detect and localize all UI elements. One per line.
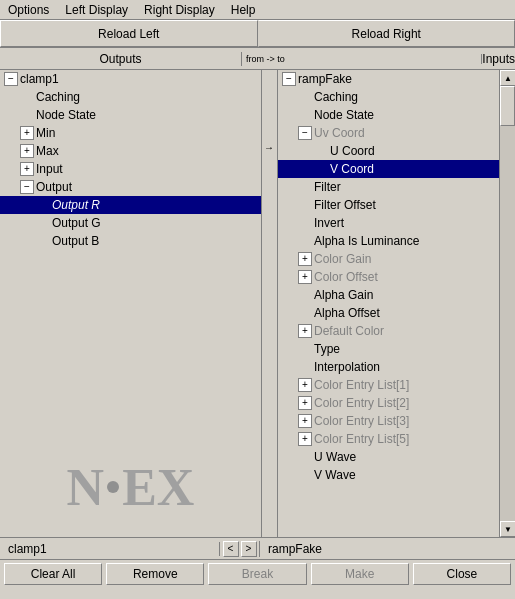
- scrollbar[interactable]: ▲ ▼: [499, 70, 515, 537]
- attr-label: Filter: [314, 180, 341, 194]
- list-item[interactable]: − clamp1: [0, 70, 261, 88]
- left-panel: − clamp1 Caching Node State + Min + Max …: [0, 70, 262, 537]
- menu-right-display[interactable]: Right Display: [140, 3, 219, 17]
- list-item[interactable]: Interpolation: [278, 358, 499, 376]
- attr-label: Max: [36, 144, 59, 158]
- menu-options[interactable]: Options: [4, 3, 53, 17]
- attr-label: Alpha Offset: [314, 306, 380, 320]
- attr-label: Caching: [314, 90, 358, 104]
- attr-label: U Wave: [314, 450, 356, 464]
- list-item[interactable]: Filter: [278, 178, 499, 196]
- break-button[interactable]: Break: [208, 563, 306, 585]
- attr-label: Caching: [36, 90, 80, 104]
- attr-label: Output G: [52, 216, 101, 230]
- list-item[interactable]: − − Uv Coord: [278, 124, 499, 142]
- close-button[interactable]: Close: [413, 563, 511, 585]
- scroll-track[interactable]: [500, 86, 515, 521]
- list-item[interactable]: − rampFake: [278, 70, 499, 88]
- attr-label: Color Entry List[5]: [314, 432, 409, 446]
- nav-arrows: < >: [220, 541, 260, 557]
- expand-button[interactable]: +: [298, 324, 312, 338]
- attr-label: Color Entry List[1]: [314, 378, 409, 392]
- list-item[interactable]: Alpha Is Luminance: [278, 232, 499, 250]
- attr-label: Interpolation: [314, 360, 380, 374]
- attr-label: U Coord: [330, 144, 375, 158]
- attr-label: Alpha Is Luminance: [314, 234, 419, 248]
- expand-button[interactable]: +: [298, 270, 312, 284]
- expand-button[interactable]: +: [298, 432, 312, 446]
- list-item[interactable]: Caching: [278, 88, 499, 106]
- scroll-down-button[interactable]: ▼: [500, 521, 515, 537]
- list-item[interactable]: Alpha Gain: [278, 286, 499, 304]
- make-button[interactable]: Make: [311, 563, 409, 585]
- scroll-up-button[interactable]: ▲: [500, 70, 515, 86]
- list-item[interactable]: Caching: [0, 88, 261, 106]
- list-item[interactable]: U Coord: [278, 142, 499, 160]
- logo-area: N EX: [0, 447, 261, 527]
- list-item[interactable]: + Color Entry List[3]: [278, 412, 499, 430]
- column-headers: Outputs from -> to Inputs: [0, 48, 515, 70]
- remove-button[interactable]: Remove: [106, 563, 204, 585]
- list-item[interactable]: Filter Offset: [278, 196, 499, 214]
- menu-left-display[interactable]: Left Display: [61, 3, 132, 17]
- collapse-button[interactable]: −: [282, 72, 296, 86]
- list-item[interactable]: Node State: [278, 106, 499, 124]
- expand-button[interactable]: +: [298, 252, 312, 266]
- status-right-node: rampFake: [260, 542, 515, 556]
- list-item[interactable]: Output B: [0, 232, 261, 250]
- expand-button[interactable]: +: [298, 378, 312, 392]
- reload-left-button[interactable]: Reload Left: [0, 20, 258, 47]
- attr-label: Default Color: [314, 324, 384, 338]
- attr-label: Color Gain: [314, 252, 371, 266]
- expand-button[interactable]: +: [20, 144, 34, 158]
- logo-n: N: [67, 458, 105, 517]
- attr-label: Output B: [52, 234, 99, 248]
- list-item[interactable]: + Color Entry List[5]: [278, 430, 499, 448]
- list-item[interactable]: Output R: [0, 196, 261, 214]
- expand-button[interactable]: +: [20, 162, 34, 176]
- list-item[interactable]: Alpha Offset: [278, 304, 499, 322]
- expand-button[interactable]: +: [298, 396, 312, 410]
- attr-label: Filter Offset: [314, 198, 376, 212]
- status-left-node: clamp1: [0, 542, 220, 556]
- list-item[interactable]: + Input: [0, 160, 261, 178]
- bottom-buttons: Clear All Remove Break Make Close: [0, 560, 515, 588]
- list-item[interactable]: V Wave: [278, 466, 499, 484]
- list-item[interactable]: + Max: [0, 142, 261, 160]
- menu-help[interactable]: Help: [227, 3, 260, 17]
- logo-ex: EX: [122, 458, 194, 517]
- expand-button[interactable]: +: [298, 414, 312, 428]
- attr-label: Input: [36, 162, 63, 176]
- from-to-header: from -> to: [242, 54, 482, 64]
- clear-all-button[interactable]: Clear All: [4, 563, 102, 585]
- right-panel-content: − rampFake Caching Node State − − Uv Coo…: [278, 70, 515, 537]
- expand-button[interactable]: +: [20, 126, 34, 140]
- attr-label: Output R: [52, 198, 100, 212]
- reload-right-button[interactable]: Reload Right: [258, 20, 516, 47]
- prev-button[interactable]: <: [223, 541, 239, 557]
- list-item[interactable]: Node State: [0, 106, 261, 124]
- list-item[interactable]: + Color Offset: [278, 268, 499, 286]
- collapse-button[interactable]: −: [298, 126, 312, 140]
- status-bar: clamp1 < > rampFake: [0, 538, 515, 560]
- scroll-thumb[interactable]: [500, 86, 515, 126]
- list-item[interactable]: Type: [278, 340, 499, 358]
- list-item[interactable]: + Color Gain: [278, 250, 499, 268]
- list-item[interactable]: + Color Entry List[2]: [278, 394, 499, 412]
- list-item[interactable]: + Default Color: [278, 322, 499, 340]
- next-button[interactable]: >: [241, 541, 257, 557]
- node-label: clamp1: [20, 72, 59, 86]
- collapse-button[interactable]: −: [20, 180, 34, 194]
- attr-label: Color Entry List[3]: [314, 414, 409, 428]
- list-item[interactable]: − Output: [0, 178, 261, 196]
- list-item[interactable]: Invert: [278, 214, 499, 232]
- list-item[interactable]: U Wave: [278, 448, 499, 466]
- list-item[interactable]: + Min: [0, 124, 261, 142]
- attr-label: Type: [314, 342, 340, 356]
- collapse-button[interactable]: −: [4, 72, 18, 86]
- node-label: rampFake: [298, 72, 352, 86]
- list-item[interactable]: Output G: [0, 214, 261, 232]
- list-item[interactable]: + Color Entry List[1]: [278, 376, 499, 394]
- list-item[interactable]: V Coord: [278, 160, 499, 178]
- attr-label: V Coord: [330, 162, 374, 176]
